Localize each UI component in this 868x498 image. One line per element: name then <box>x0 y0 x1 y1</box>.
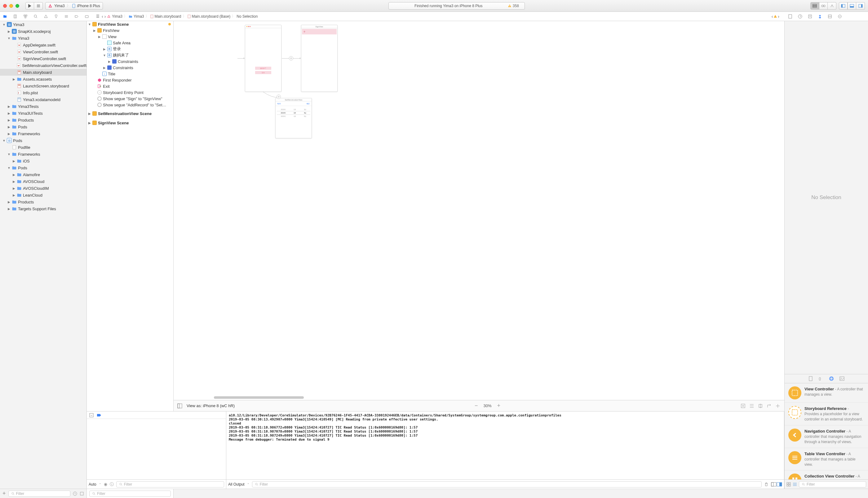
file-template-tab[interactable] <box>809 376 813 381</box>
outline-filter[interactable]: Filter <box>89 490 171 497</box>
nav-item[interactable]: ▶Assets.xcassets <box>0 76 86 82</box>
zoom-in-button[interactable]: + <box>497 403 500 409</box>
scene-setmenstruation[interactable]: SetMenstruationView 取消 确定 2018年2月3日2019年… <box>275 98 312 138</box>
console-output[interactable]: a10.12/Library/Developer/CoreSimulator/D… <box>226 411 784 480</box>
library-item[interactable]: View Controller - A controller that mana… <box>785 383 868 403</box>
issue-navigator-tab[interactable] <box>43 14 49 19</box>
report-navigator-tab[interactable] <box>84 14 89 19</box>
output-menu[interactable]: All Output <box>228 482 244 486</box>
identity-inspector-tab[interactable] <box>807 14 813 19</box>
stop-button[interactable] <box>34 2 43 10</box>
library-item[interactable]: Storyboard Reference - Provides a placeh… <box>785 403 868 425</box>
horizontal-scrollbar[interactable] <box>214 396 304 399</box>
embed-in-icon[interactable] <box>740 403 746 409</box>
nav-project-root[interactable]: ▼ ▤ Yima3 <box>0 21 86 28</box>
picker-row[interactable]: 2020年4月5日 <box>277 115 310 118</box>
zoom-level[interactable]: 30% <box>484 403 492 408</box>
test-navigator-tab[interactable] <box>53 14 58 19</box>
toggle-navigator-button[interactable] <box>839 2 847 10</box>
outline-item[interactable]: ▶B登录 <box>87 46 173 52</box>
zoom-window-button[interactable] <box>15 4 19 8</box>
nav-item[interactable]: ▶Alamofire <box>0 171 86 178</box>
nav-item[interactable]: ▶Targets Support Files <box>0 205 86 212</box>
object-library-tab[interactable] <box>829 376 834 381</box>
project-navigator-tab[interactable] <box>2 14 8 19</box>
scm-filter-icon[interactable] <box>80 492 84 496</box>
nav-item[interactable]: ▶iOS <box>0 158 86 164</box>
nav-item[interactable]: Yima3.xcdatamodeld <box>0 96 86 103</box>
button-yimalai[interactable]: 姨妈来了 <box>255 67 271 70</box>
nav-item[interactable]: iInfo.plist <box>0 89 86 96</box>
issues-badge[interactable]: 358 <box>505 3 521 8</box>
outline-scene[interactable]: ▶ SignView Scene <box>87 120 173 126</box>
cancel-button[interactable]: 取消 <box>278 103 281 105</box>
quick-help-tab[interactable]: ? <box>797 14 803 19</box>
library-item[interactable]: Table View Controller - A controller tha… <box>785 448 868 471</box>
nav-item[interactable]: ▼Frameworks <box>0 151 86 158</box>
version-editor-button[interactable] <box>828 2 837 10</box>
nav-item[interactable]: ▶Yima3Tests <box>0 103 86 110</box>
outline-item[interactable]: Show segue "Sign" to "SignView" <box>87 95 173 102</box>
quicklook-icon[interactable]: ⓘ <box>110 482 114 487</box>
add-button[interactable]: + <box>2 490 6 497</box>
outline-item[interactable]: First Responder <box>87 77 173 83</box>
close-window-button[interactable] <box>3 4 7 8</box>
related-items-icon[interactable]: ☰ <box>95 14 101 19</box>
outline-item[interactable]: →Storyboard Entry Point <box>87 89 173 95</box>
view-as-label[interactable]: View as: iPhone 8 (wC hR) <box>187 403 235 408</box>
picker-row[interactable]: 2019年3月4日 <box>277 111 310 115</box>
trash-icon[interactable] <box>764 482 769 486</box>
nav-item[interactable]: Main.storyboard <box>0 69 86 76</box>
outline-item[interactable]: Show segue "AddRecord" to "Set… <box>87 102 173 108</box>
zoom-out-button[interactable]: − <box>475 403 478 409</box>
code-snippet-tab[interactable]: {} <box>818 377 823 381</box>
size-inspector-tab[interactable] <box>827 14 833 19</box>
pin-icon[interactable] <box>758 403 763 409</box>
outline-scene[interactable]: ▼ FirstView Scene <box>87 21 173 27</box>
debug-console-toggle[interactable] <box>89 413 94 417</box>
scene-firstview[interactable]: 姨妈来了 登录 <box>245 25 281 92</box>
scheme-selector[interactable]: Yima3 〉 iPhone 8 Plus <box>45 2 103 10</box>
nav-item[interactable]: LaunchScreen.storyboard <box>0 82 86 89</box>
library-item[interactable]: Collection View Controller - A <box>785 470 868 480</box>
nav-item[interactable]: ▼Yima3 <box>0 35 86 41</box>
media-library-tab[interactable] <box>840 377 844 381</box>
nav-item[interactable]: SignViewController.swift <box>0 55 86 62</box>
library-item[interactable]: Navigation Controller - A controller tha… <box>785 425 868 448</box>
nav-item[interactable]: ▶Products <box>0 117 86 123</box>
nav-item[interactable]: ▶▤SnapKit.xcodeproj <box>0 28 86 35</box>
forward-button[interactable]: › <box>105 14 106 19</box>
resolve-issues-icon[interactable] <box>766 403 772 409</box>
outline-item[interactable]: ▶FirstView <box>87 27 173 34</box>
variables-view-icon[interactable]: ◉ <box>104 482 107 486</box>
device-bar-toggle[interactable] <box>177 403 182 408</box>
breakpoint-navigator-tab[interactable] <box>74 14 79 19</box>
align-icon[interactable] <box>749 403 755 409</box>
minimize-window-button[interactable] <box>9 4 13 8</box>
find-navigator-tab[interactable] <box>33 14 38 19</box>
outline-item[interactable]: ▼B姨妈来了 <box>87 52 173 58</box>
nav-pods-root[interactable]: ▼ ▤ Pods <box>0 137 86 144</box>
outline-item[interactable]: ▶Constraints <box>87 58 173 65</box>
standard-editor-button[interactable] <box>810 2 819 10</box>
attributes-inspector-tab[interactable] <box>817 14 823 19</box>
segue-icon[interactable] <box>277 95 281 99</box>
toggle-debug-area-button[interactable] <box>847 2 856 10</box>
variables-filter[interactable]: Filter <box>116 481 224 487</box>
nav-item[interactable]: ▶AVOSCloudIM <box>0 185 86 192</box>
button-login[interactable]: 登录 <box>255 71 271 74</box>
nav-item[interactable]: ▶Products <box>0 198 86 205</box>
debug-navigator-tab[interactable] <box>64 14 69 19</box>
console-filter[interactable]: Filter <box>252 481 762 487</box>
nav-item[interactable]: ▶Frameworks <box>0 130 86 137</box>
show-variables-button[interactable] <box>771 482 776 486</box>
storyboard-canvas[interactable]: 姨妈来了 登录 SignView <box>174 21 784 400</box>
auto-menu[interactable]: Auto <box>89 482 96 486</box>
navigator-filter[interactable]: Filter <box>8 490 70 497</box>
back-button[interactable]: ‹ <box>102 14 103 19</box>
resize-icon[interactable] <box>775 403 780 409</box>
source-control-navigator-tab[interactable] <box>13 14 18 19</box>
nav-item[interactable]: ▶Yima3UITests <box>0 110 86 117</box>
nav-item[interactable]: SetMenstruationViewController.swift <box>0 62 86 69</box>
file-inspector-tab[interactable] <box>787 14 793 19</box>
